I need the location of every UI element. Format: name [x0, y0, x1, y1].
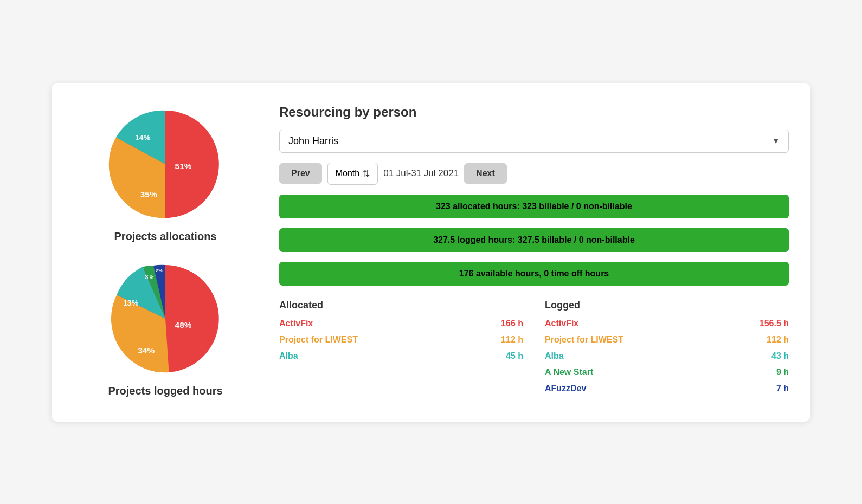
logged-project-4: AFuzzDev	[545, 384, 586, 393]
person-select-value: John Harris	[288, 135, 338, 147]
allocated-project-2: Alba	[279, 351, 298, 361]
top-label-red: 51%	[175, 161, 192, 170]
bottom-label-navy: 2%	[156, 267, 164, 273]
date-range: 01 Jul-31 Jul 2021	[383, 168, 459, 179]
data-section: Allocated ActivFix 166 h Project for LIW…	[279, 300, 789, 400]
month-select-value: Month	[336, 169, 359, 178]
allocated-hours-0: 166 h	[501, 319, 523, 328]
person-select[interactable]: John Harris ▼	[279, 130, 789, 153]
prev-button[interactable]: Prev	[279, 163, 322, 184]
logged-hours-1: 112 h	[767, 335, 789, 345]
allocated-row-1: Project for LIWEST 112 h	[279, 335, 523, 345]
next-button[interactable]: Next	[464, 163, 507, 184]
top-chart-label: Projects allocations	[114, 230, 217, 243]
top-pie-chart: 51% 35% 14%	[106, 105, 225, 224]
available-stat-bar: 176 available hours, 0 time off hours	[279, 262, 789, 286]
top-label-teal: 14%	[135, 133, 151, 142]
allocated-project-0: ActivFix	[279, 319, 313, 328]
allocated-stat-bar: 323 allocated hours: 323 billable / 0 no…	[279, 195, 789, 218]
allocated-row-0: ActivFix 166 h	[279, 319, 523, 328]
month-select[interactable]: Month ⇅	[327, 163, 378, 185]
top-pie-svg: 51% 35% 14%	[106, 105, 225, 224]
logged-hours-2: 43 h	[771, 351, 789, 361]
right-panel: Resourcing by person John Harris ▼ Prev …	[279, 105, 789, 400]
bottom-label-orange: 34%	[138, 345, 155, 354]
allocated-col-title: Allocated	[279, 300, 523, 311]
bottom-label-red: 48%	[175, 320, 192, 329]
top-chart-section: 51% 35% 14% Projects allocations	[106, 105, 225, 243]
logged-hours-4: 7 h	[776, 384, 789, 393]
chevron-down-icon: ▼	[772, 137, 780, 145]
top-label-orange: 35%	[140, 189, 157, 198]
logged-hours-0: 156.5 h	[760, 319, 789, 328]
logged-hours-3: 9 h	[776, 367, 789, 377]
logged-project-3: A New Start	[545, 367, 593, 377]
left-panel: 51% 35% 14% Projects allocations	[73, 105, 258, 400]
logged-row-0: ActivFix 156.5 h	[545, 319, 789, 328]
logged-project-2: Alba	[545, 351, 564, 361]
logged-project-1: Project for LIWEST	[545, 335, 623, 345]
bottom-chart-section: 48% 34% 13% 3% 2% Projects logged hours	[106, 259, 225, 397]
logged-stat-bar: 327.5 logged hours: 327.5 billable / 0 n…	[279, 228, 789, 252]
month-arrows-icon: ⇅	[363, 169, 370, 179]
allocated-hours-2: 45 h	[506, 351, 523, 361]
logged-col-title: Logged	[545, 300, 789, 311]
allocated-hours-1: 112 h	[501, 335, 523, 345]
nav-row: Prev Month ⇅ 01 Jul-31 Jul 2021 Next	[279, 163, 789, 185]
logged-row-2: Alba 43 h	[545, 351, 789, 361]
logged-row-1: Project for LIWEST 112 h	[545, 335, 789, 345]
logged-project-0: ActivFix	[545, 319, 578, 328]
page-title: Resourcing by person	[279, 105, 789, 120]
allocated-row-2: Alba 45 h	[279, 351, 523, 361]
logged-row-4: AFuzzDev 7 h	[545, 384, 789, 393]
logged-row-3: A New Start 9 h	[545, 367, 789, 377]
bottom-label-green: 3%	[145, 274, 153, 280]
allocated-col: Allocated ActivFix 166 h Project for LIW…	[279, 300, 523, 400]
bottom-pie-chart: 48% 34% 13% 3% 2%	[106, 259, 225, 378]
bottom-pie-svg: 48% 34% 13% 3% 2%	[106, 259, 225, 378]
main-card: 51% 35% 14% Projects allocations	[52, 83, 810, 422]
logged-col: Logged ActivFix 156.5 h Project for LIWE…	[545, 300, 789, 400]
bottom-label-teal: 13%	[123, 298, 139, 307]
allocated-project-1: Project for LIWEST	[279, 335, 358, 345]
bottom-chart-label: Projects logged hours	[108, 385, 222, 397]
